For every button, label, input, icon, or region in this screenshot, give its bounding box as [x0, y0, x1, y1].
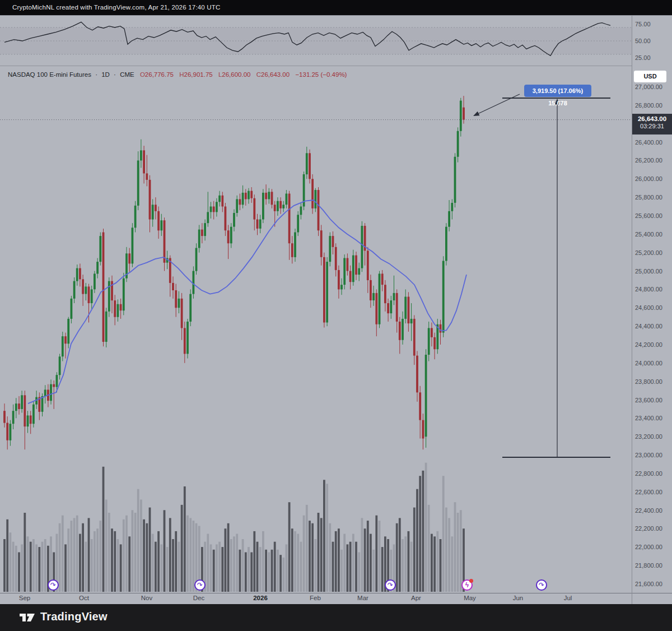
pane-divider-top[interactable] — [0, 15, 672, 16]
price-tick: 22,800.00 — [635, 470, 662, 477]
price-tick: 22,600.00 — [635, 489, 662, 495]
high-value: 26,901.75 — [184, 71, 213, 78]
price-tick: 26,800.00 — [635, 102, 662, 109]
price-tick: 25,600.00 — [635, 212, 662, 219]
time-tick-Apr[interactable]: Apr — [411, 595, 421, 601]
close-label: C — [256, 71, 261, 78]
price-tick: 24,800.00 — [635, 286, 662, 293]
time-tick-Mar[interactable]: Mar — [357, 595, 368, 601]
rsi-pane[interactable] — [0, 16, 632, 66]
notification-dot — [469, 579, 473, 583]
last-price-value: 26,643.00 — [632, 115, 672, 122]
symbol-title[interactable]: NASDAQ 100 E-mini Futures — [8, 71, 91, 78]
time-tick-May[interactable]: May — [464, 595, 476, 601]
open-value: 26,776.75 — [145, 71, 174, 78]
time-tick-Sep[interactable]: Sep — [19, 595, 30, 601]
time-tick-Jun[interactable]: Jun — [513, 595, 524, 601]
price-axis-border — [632, 16, 632, 604]
change-value: −131.25 (−0.49%) — [295, 71, 347, 78]
price-tick: 22,000.00 — [635, 544, 662, 550]
footer: TradingView — [0, 604, 672, 631]
price-tick: 24,000.00 — [635, 360, 662, 366]
contract-roll-icon[interactable]: ↷ — [385, 579, 396, 591]
open-label: O — [140, 71, 145, 78]
time-tick-2026[interactable]: 2026 — [253, 595, 268, 601]
price-pane[interactable] — [0, 66, 632, 593]
exchange-label: CME — [120, 71, 134, 78]
price-tick: 23,800.00 — [635, 378, 662, 385]
price-tick: 25,800.00 — [635, 194, 662, 201]
time-tick-Oct[interactable]: Oct — [79, 595, 89, 601]
price-tick: 26,200.00 — [635, 157, 662, 164]
tradingview-screenshot: CryptoMichNL created with TradingView.co… — [0, 0, 672, 631]
contract-roll-icon[interactable]: ↷ — [48, 579, 59, 591]
contract-roll-icon[interactable]: ↷ — [194, 579, 206, 591]
tradingview-wordmark[interactable]: TradingView — [40, 610, 108, 623]
bar-countdown: 03:29:31 — [632, 123, 672, 129]
price-tick: 25,000.00 — [635, 268, 662, 275]
time-tick-Dec[interactable]: Dec — [193, 595, 204, 601]
rsi-tick: 75.00 — [635, 21, 651, 27]
range-tool-label[interactable]: 3,919.50 (17.06%) 15,678 — [524, 85, 591, 97]
low-value: 26,600.00 — [222, 71, 250, 78]
symbol-legend[interactable]: NASDAQ 100 E-mini Futures · 1D · CME O26… — [8, 71, 347, 78]
price-tick: 24,200.00 — [635, 341, 662, 348]
price-tick: 24,400.00 — [635, 323, 662, 330]
currency-button[interactable]: USD — [634, 71, 666, 82]
time-tick-Jul[interactable]: Jul — [564, 595, 572, 601]
close-value: 26,643.00 — [261, 71, 290, 78]
low-label: L — [218, 71, 222, 78]
time-tick-Feb[interactable]: Feb — [310, 595, 321, 601]
price-tick: 21,800.00 — [635, 562, 662, 569]
price-tick: 22,400.00 — [635, 507, 662, 514]
price-tick: 23,000.00 — [635, 452, 662, 458]
timeframe-label[interactable]: 1D — [101, 71, 110, 78]
price-tick: 25,400.00 — [635, 231, 662, 238]
price-tick: 23,600.00 — [635, 397, 662, 403]
price-tick: 23,200.00 — [635, 433, 662, 440]
separator-1: · — [95, 71, 97, 78]
rsi-tick: 50.00 — [635, 38, 651, 44]
last-price-label: 26,643.00 03:29:31 — [632, 114, 672, 134]
price-tick: 26,400.00 — [635, 139, 662, 146]
event-flash-icon[interactable]: ϟ — [461, 579, 473, 591]
price-tick: 25,200.00 — [635, 249, 662, 256]
attribution-text: CryptoMichNL created with TradingView.co… — [12, 4, 221, 11]
price-tick: 26,000.00 — [635, 175, 662, 182]
price-tick: 21,600.00 — [635, 581, 662, 587]
contract-roll-icon[interactable]: ↷ — [536, 579, 547, 591]
rsi-tick: 25.00 — [635, 54, 651, 61]
high-label: H — [179, 71, 184, 78]
price-tick: 24,600.00 — [635, 304, 662, 311]
price-tick: 22,200.00 — [635, 525, 662, 532]
attribution-bar: CryptoMichNL created with TradingView.co… — [0, 0, 672, 15]
price-tick: 23,400.00 — [635, 415, 662, 421]
time-tick-Nov[interactable]: Nov — [141, 595, 152, 601]
pane-divider-rsi[interactable] — [0, 66, 632, 66]
time-axis-border — [0, 593, 672, 593]
separator-2: · — [114, 71, 116, 78]
tradingview-logo-icon[interactable] — [19, 611, 36, 624]
price-tick: 27,000.00 — [635, 83, 662, 90]
